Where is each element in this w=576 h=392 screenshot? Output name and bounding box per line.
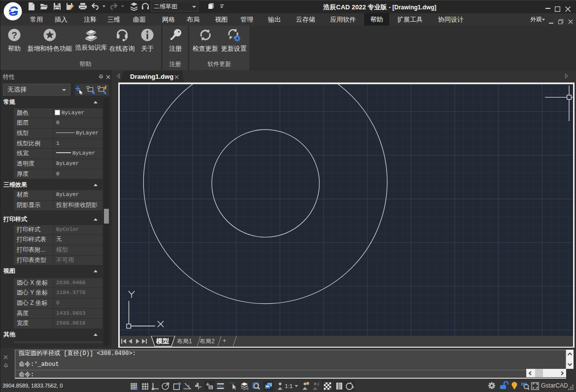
svg-text:?: ? <box>11 30 17 40</box>
svg-text:1:1: 1:1 <box>285 383 293 389</box>
svg-text:G: G <box>8 4 18 19</box>
